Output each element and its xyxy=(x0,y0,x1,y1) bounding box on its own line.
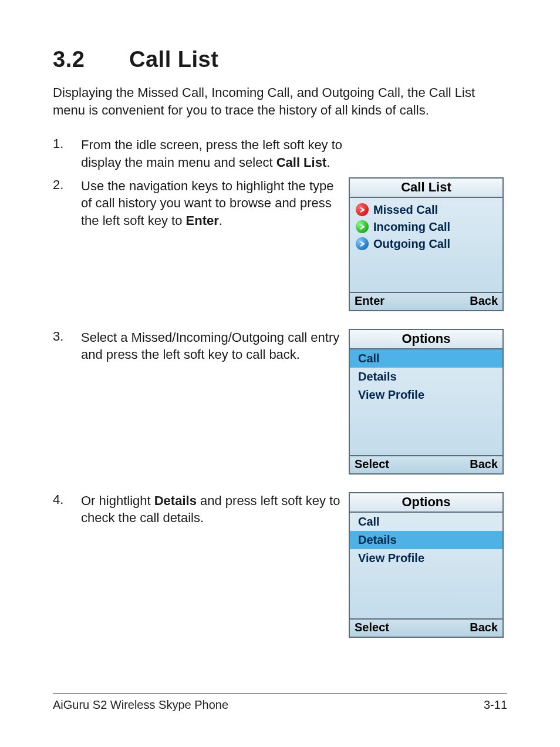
right-softkey-back[interactable]: Back xyxy=(470,457,498,471)
step-2: 2. Use the navigation keys to highlight … xyxy=(53,177,507,311)
outgoing-call-icon xyxy=(356,237,369,250)
text-run: Or hightlight xyxy=(81,493,154,508)
menu-item-label: Incoming Call xyxy=(373,220,450,234)
step-text: Use the navigation keys to highlight the… xyxy=(81,177,349,230)
text-run: . xyxy=(326,155,330,170)
screenshot-col: Call List Missed Call Incoming Call Outg… xyxy=(349,177,507,311)
left-softkey-enter[interactable]: Enter xyxy=(355,294,384,308)
menu-item-incoming-call[interactable]: Incoming Call xyxy=(350,218,502,235)
step-1: 1. From the idle screen, press the left … xyxy=(53,136,507,171)
manual-page: 3.2Call List Displaying the Missed Call,… xyxy=(0,0,560,747)
footer-page-number: 3-11 xyxy=(484,698,507,712)
option-item-details[interactable]: Details xyxy=(350,531,502,549)
softkey-bar: Select Back xyxy=(350,455,502,473)
text-bold: Details xyxy=(154,493,197,508)
phone-screen-options-details: Options Call Details View Profile Select… xyxy=(349,492,504,638)
page-footer: AiGuru S2 Wireless Skype Phone 3-11 xyxy=(53,693,507,712)
right-softkey-back[interactable]: Back xyxy=(470,294,498,308)
phone-titlebar: Options xyxy=(350,330,502,349)
step-number: 1. xyxy=(53,136,81,152)
option-item-view-profile[interactable]: View Profile xyxy=(350,549,502,567)
footer-product-name: AiGuru S2 Wireless Skype Phone xyxy=(53,698,228,712)
step-text: Or hightlight Details and press left sof… xyxy=(81,492,349,527)
option-item-call[interactable]: Call xyxy=(350,349,502,368)
section-title: Call List xyxy=(129,47,218,72)
screenshot-col: Options Call Details View Profile Select… xyxy=(349,329,507,475)
phone-screen-call-list: Call List Missed Call Incoming Call Outg… xyxy=(349,177,504,311)
text-run: Select a Missed/Incoming/Outgoing call e… xyxy=(81,330,339,362)
phone-body: Missed Call Incoming Call Outgoing Call xyxy=(350,198,502,292)
step-number: 4. xyxy=(53,492,81,507)
option-item-call[interactable]: Call xyxy=(350,513,502,531)
option-item-details[interactable]: Details xyxy=(350,368,502,386)
text-run: . xyxy=(219,213,222,228)
step-number: 2. xyxy=(53,177,81,193)
phone-titlebar: Options xyxy=(350,493,502,513)
softkey-bar: Select Back xyxy=(350,618,502,637)
step-3: 3. Select a Missed/Incoming/Outgoing cal… xyxy=(53,329,507,475)
step-text: From the idle screen, press the left sof… xyxy=(81,136,507,171)
phone-body: Call Details View Profile xyxy=(350,349,502,455)
step-4: 4. Or hightlight Details and press left … xyxy=(53,492,507,638)
menu-item-label: Outgoing Call xyxy=(373,237,450,251)
text-bold: Enter xyxy=(186,213,219,228)
phone-screen-options-call: Options Call Details View Profile Select… xyxy=(349,329,504,475)
menu-item-missed-call[interactable]: Missed Call xyxy=(350,201,502,218)
screenshot-col: Options Call Details View Profile Select… xyxy=(349,492,507,638)
phone-titlebar: Call List xyxy=(350,179,502,198)
section-number: 3.2 xyxy=(53,47,129,72)
text-bold: Call List xyxy=(276,155,327,170)
intro-paragraph: Displaying the Missed Call, Incoming Cal… xyxy=(53,84,507,119)
option-item-view-profile[interactable]: View Profile xyxy=(350,386,502,404)
section-heading: 3.2Call List xyxy=(53,47,507,72)
incoming-call-icon xyxy=(356,220,369,233)
phone-body: Call Details View Profile xyxy=(350,513,502,618)
softkey-bar: Enter Back xyxy=(350,292,502,310)
left-softkey-select[interactable]: Select xyxy=(355,457,389,471)
step-number: 3. xyxy=(53,329,81,344)
missed-call-icon xyxy=(356,203,369,216)
menu-item-label: Missed Call xyxy=(373,203,438,217)
step-text: Select a Missed/Incoming/Outgoing call e… xyxy=(81,329,349,364)
right-softkey-back[interactable]: Back xyxy=(470,621,498,634)
left-softkey-select[interactable]: Select xyxy=(355,621,389,634)
menu-item-outgoing-call[interactable]: Outgoing Call xyxy=(350,235,502,253)
